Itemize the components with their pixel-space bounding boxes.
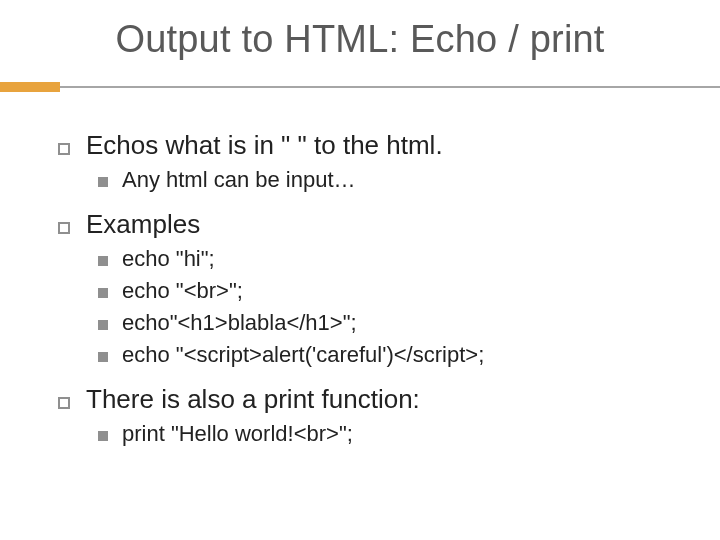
bullet-text: echo"<h1>blabla</h1>";: [122, 310, 357, 336]
slide-content: Echos what is in " " to the html. Any ht…: [58, 130, 690, 463]
filled-square-icon: [98, 320, 122, 330]
filled-square-icon: [98, 288, 122, 298]
bullet-text: print "Hello world!<br>";: [122, 421, 353, 447]
bullet-text: Any html can be input…: [122, 167, 356, 193]
bullet-text: Examples: [86, 209, 200, 240]
bullet-group-2: Examples echo "hi"; echo "<br>"; echo"<h…: [58, 209, 690, 368]
bullet-group-1: Echos what is in " " to the html. Any ht…: [58, 130, 690, 193]
bullet-text: echo "<br>";: [122, 278, 243, 304]
filled-square-icon: [98, 256, 122, 266]
filled-square-icon: [98, 177, 122, 187]
hollow-square-icon: [58, 396, 86, 408]
bullet-text: Echos what is in " " to the html.: [86, 130, 443, 161]
sub-bullet-item: print "Hello world!<br>";: [98, 421, 690, 447]
sub-bullet-item: echo "hi";: [98, 246, 690, 272]
hollow-square-icon: [58, 221, 86, 233]
bullet-item: Echos what is in " " to the html.: [58, 130, 690, 161]
sub-bullet-item: echo"<h1>blabla</h1>";: [98, 310, 690, 336]
rule-line: [0, 86, 720, 88]
bullet-item: Examples: [58, 209, 690, 240]
bullet-text: echo "<script>alert('careful')</script>;: [122, 342, 484, 368]
slide-title: Output to HTML: Echo / print: [0, 0, 720, 61]
title-rule: [0, 82, 720, 104]
bullet-item: There is also a print function:: [58, 384, 690, 415]
sub-bullet-item: echo "<br>";: [98, 278, 690, 304]
bullet-group-3: There is also a print function: print "H…: [58, 384, 690, 447]
bullet-text: There is also a print function:: [86, 384, 420, 415]
slide: Output to HTML: Echo / print Echos what …: [0, 0, 720, 540]
sub-bullet-item: echo "<script>alert('careful')</script>;: [98, 342, 690, 368]
filled-square-icon: [98, 352, 122, 362]
bullet-text: echo "hi";: [122, 246, 215, 272]
rule-accent: [0, 82, 60, 92]
hollow-square-icon: [58, 142, 86, 154]
sub-bullet-item: Any html can be input…: [98, 167, 690, 193]
filled-square-icon: [98, 431, 122, 441]
